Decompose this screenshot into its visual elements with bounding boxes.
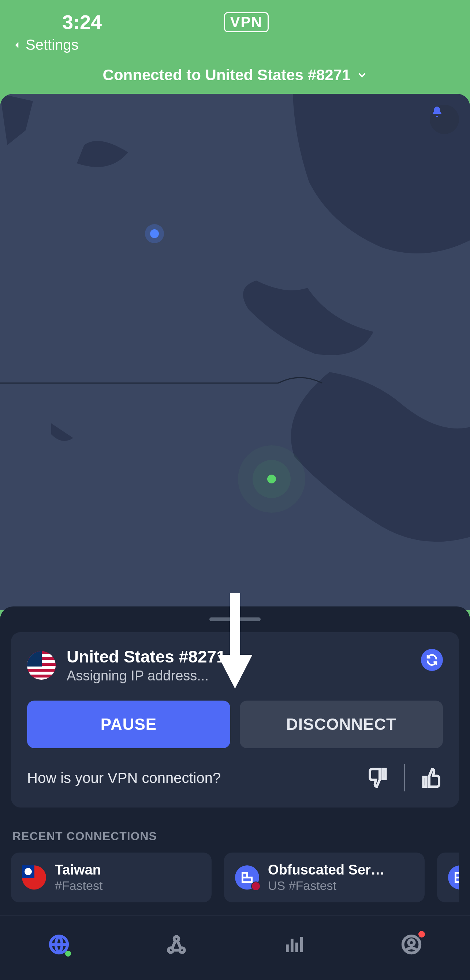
bell-icon bbox=[430, 105, 445, 119]
tab-profile[interactable] bbox=[399, 932, 424, 957]
obfuscated-icon bbox=[448, 865, 459, 889]
notification-dot-icon bbox=[418, 931, 425, 937]
refresh-button[interactable] bbox=[421, 649, 443, 671]
back-label: Settings bbox=[25, 37, 79, 53]
chevron-left-icon bbox=[13, 40, 22, 50]
active-dot-icon bbox=[65, 951, 71, 956]
recent-item-name: Taiwan bbox=[55, 862, 103, 878]
map-land bbox=[0, 94, 470, 610]
recent-item-sub: #Fastest bbox=[55, 878, 103, 893]
chevron-down-icon bbox=[357, 70, 367, 80]
feedback-question: How is your VPN connection? bbox=[27, 770, 221, 786]
recent-connections-list[interactable]: Taiwan #Fastest Obfuscated Ser… US #Fast… bbox=[11, 853, 459, 902]
connection-header-text: Connected to United States #8271 bbox=[103, 66, 351, 84]
recent-item-name: Obfuscated Ser… bbox=[268, 862, 385, 878]
flag-us-mini-icon bbox=[251, 881, 260, 891]
back-to-settings[interactable]: Settings bbox=[0, 37, 470, 53]
flag-taiwan-icon bbox=[22, 865, 46, 889]
pause-button[interactable]: PAUSE bbox=[27, 701, 230, 748]
server-name: United States #8271 bbox=[67, 647, 226, 667]
tab-home[interactable] bbox=[46, 932, 72, 957]
recent-connections-heading: RECENT CONNECTIONS bbox=[13, 829, 459, 843]
recent-item-taiwan[interactable]: Taiwan #Fastest bbox=[11, 853, 211, 902]
recent-item-sub: US #Fastest bbox=[268, 878, 385, 893]
status-time: 3:24 bbox=[62, 11, 102, 33]
bars-icon bbox=[283, 933, 305, 956]
recent-item-obfuscated-2[interactable]: Obfusca #Fastest bbox=[437, 853, 459, 902]
status-bar: 3:24 VPN bbox=[0, 0, 470, 37]
svg-point-6 bbox=[408, 940, 414, 946]
map-location-dot bbox=[150, 229, 159, 238]
status-vpn-badge: VPN bbox=[224, 12, 269, 32]
obfuscated-icon bbox=[235, 865, 259, 889]
tab-mesh[interactable] bbox=[164, 932, 189, 957]
connection-status: Assigning IP address... bbox=[67, 668, 226, 684]
map-server-dot bbox=[267, 475, 276, 484]
disconnect-button[interactable]: DISCONNECT bbox=[240, 701, 443, 748]
flag-us-icon bbox=[27, 651, 56, 680]
tab-stats[interactable] bbox=[281, 932, 307, 957]
tutorial-arrow-icon bbox=[210, 593, 260, 697]
connection-header[interactable]: Connected to United States #8271 bbox=[0, 53, 470, 93]
separator bbox=[404, 764, 405, 791]
refresh-icon bbox=[426, 653, 438, 667]
recent-item-obfuscated[interactable]: Obfuscated Ser… US #Fastest bbox=[224, 853, 425, 902]
mesh-icon bbox=[165, 933, 188, 956]
map[interactable] bbox=[0, 94, 470, 610]
tab-bar bbox=[0, 916, 470, 980]
svg-point-2 bbox=[168, 948, 173, 953]
thumbs-down-icon[interactable] bbox=[366, 766, 389, 789]
svg-point-3 bbox=[180, 948, 184, 953]
notifications-button[interactable] bbox=[430, 105, 459, 134]
thumbs-up-icon[interactable] bbox=[419, 766, 443, 789]
